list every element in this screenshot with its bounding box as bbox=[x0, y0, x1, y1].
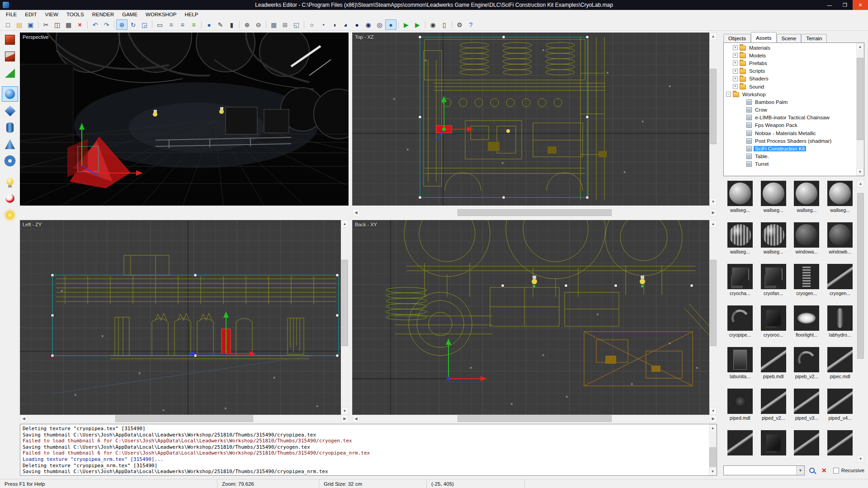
asset-item[interactable]: piped_v3... bbox=[790, 389, 824, 430]
tree-expand-toggle[interactable]: + bbox=[733, 45, 738, 50]
asset-item[interactable]: windowb... bbox=[823, 222, 857, 264]
scroll-down-arrow[interactable]: ▼ bbox=[856, 168, 864, 176]
solid-view-button[interactable]: ◔ bbox=[317, 19, 329, 30]
quad-layout-button[interactable]: ◱ bbox=[291, 19, 302, 30]
tree-expand-toggle[interactable]: + bbox=[733, 61, 738, 66]
scroll-down-arrow[interactable]: ▼ bbox=[709, 468, 717, 475]
asset-item[interactable]: piped_v2... bbox=[757, 389, 790, 430]
scroll-up-arrow[interactable]: ▲ bbox=[709, 33, 717, 40]
diamond-brush-icon[interactable] bbox=[2, 103, 18, 118]
asset-item[interactable]: labhydro... bbox=[823, 305, 857, 347]
align-left-button[interactable]: ≡ bbox=[165, 19, 177, 30]
zoom-in-button[interactable]: ⊕ bbox=[241, 19, 253, 30]
scale-tool-button[interactable]: ◲ bbox=[139, 19, 150, 30]
scroll-left-arrow[interactable]: ◀ bbox=[20, 415, 28, 422]
scroll-thumb[interactable] bbox=[710, 69, 717, 145]
viewport-top[interactable]: Top - XZ bbox=[352, 33, 709, 206]
asset-item[interactable]: pipec.mdl bbox=[823, 347, 857, 389]
tree-item[interactable]: + Sound bbox=[724, 83, 856, 90]
asset-item[interactable]: cryopipe... bbox=[723, 305, 757, 347]
material-tool-icon[interactable] bbox=[2, 191, 18, 206]
tab-assets[interactable]: Assets bbox=[751, 32, 777, 42]
box-brush-icon[interactable] bbox=[2, 32, 18, 47]
shaded-view-button[interactable]: ◑ bbox=[329, 19, 340, 30]
cone-brush-icon[interactable] bbox=[2, 136, 18, 152]
top-viewport-hscroll[interactable]: ◀ ▶ bbox=[352, 209, 717, 216]
help-button[interactable]: ? bbox=[465, 19, 476, 30]
menu-item[interactable]: HELP bbox=[180, 11, 202, 18]
asset-item[interactable]: cryoroo... bbox=[757, 305, 790, 347]
subtract-brush-icon[interactable] bbox=[2, 49, 18, 64]
menu-item[interactable]: FILE bbox=[2, 11, 21, 18]
asset-item[interactable] bbox=[723, 430, 757, 463]
tree-expand-toggle[interactable] bbox=[740, 154, 745, 159]
viewport-perspective[interactable]: Perspective bbox=[20, 33, 349, 206]
close-button[interactable]: ✕ bbox=[853, 0, 868, 10]
scroll-thumb[interactable] bbox=[458, 415, 611, 422]
asset-item[interactable]: cryogen... bbox=[823, 264, 857, 305]
scroll-thumb[interactable] bbox=[710, 260, 717, 346]
grid-button[interactable]: ▦ bbox=[268, 19, 279, 30]
sphere-brush-icon[interactable] bbox=[2, 86, 18, 102]
asset-filter-combo[interactable]: ▼ bbox=[723, 465, 805, 475]
rotate-tool-button[interactable]: ↻ bbox=[127, 19, 139, 30]
pen-tool-button[interactable]: ✎ bbox=[215, 19, 226, 30]
cut-button[interactable]: ✂ bbox=[40, 19, 52, 30]
scroll-up-arrow[interactable]: ▲ bbox=[856, 43, 864, 51]
top-viewport-vscroll[interactable]: ▲ ▼ bbox=[709, 33, 717, 206]
tree-expand-toggle[interactable]: − bbox=[726, 92, 731, 97]
debug-play-button[interactable]: ▶ bbox=[412, 19, 423, 30]
light-tool-icon[interactable] bbox=[2, 174, 18, 189]
scroll-up-arrow[interactable]: ▲ bbox=[857, 180, 864, 188]
paste-button[interactable]: ▦ bbox=[63, 19, 74, 30]
environment-light-icon[interactable] bbox=[2, 207, 18, 223]
tree-item[interactable]: Fps Weapon Pack bbox=[724, 122, 856, 129]
scroll-down-arrow[interactable]: ▼ bbox=[709, 198, 717, 206]
wedge-brush-icon[interactable] bbox=[2, 66, 18, 81]
scroll-right-arrow[interactable]: ▶ bbox=[341, 415, 349, 422]
tree-expand-toggle[interactable] bbox=[740, 123, 745, 128]
viewport-left[interactable]: Left - ZY bbox=[20, 220, 341, 415]
asset-item[interactable]: wallseg... bbox=[823, 181, 857, 222]
menu-item[interactable]: VIEW bbox=[41, 11, 62, 18]
options-button[interactable]: ⚙ bbox=[454, 19, 465, 30]
tree-item[interactable]: SciFi Construction Kit bbox=[724, 145, 856, 152]
back-viewport-hscroll[interactable]: ◀ ▶ bbox=[352, 415, 717, 422]
asset-item[interactable] bbox=[823, 430, 857, 463]
lock-button[interactable]: ▮ bbox=[226, 19, 237, 30]
asset-item[interactable]: pipeb_v2... bbox=[790, 347, 824, 389]
tree-expand-toggle[interactable] bbox=[740, 131, 745, 136]
tree-expand-toggle[interactable] bbox=[740, 99, 745, 104]
combo-dropdown-arrow[interactable]: ▼ bbox=[796, 466, 804, 475]
viewport-back[interactable]: Back - XY bbox=[352, 220, 709, 415]
asset-item[interactable]: cryofan... bbox=[757, 264, 790, 305]
lit-view-button[interactable]: ● bbox=[351, 19, 363, 30]
asset-grid-vscroll[interactable]: ▲ ▼ bbox=[857, 180, 864, 463]
perspective-view-button[interactable]: ◉ bbox=[363, 19, 374, 30]
tree-item[interactable]: Crow bbox=[724, 106, 856, 114]
tree-item[interactable]: + Shaders bbox=[724, 75, 856, 83]
tree-item[interactable]: + Materials bbox=[724, 44, 856, 52]
scroll-down-arrow[interactable]: ▼ bbox=[709, 407, 717, 415]
scroll-right-arrow[interactable]: ▶ bbox=[709, 415, 717, 422]
play-button[interactable]: ▶ bbox=[401, 19, 412, 30]
asset-item[interactable]: wallseg... bbox=[757, 181, 790, 222]
asset-item[interactable]: piped_v4... bbox=[823, 389, 857, 430]
asset-item[interactable]: wallseg... bbox=[723, 181, 757, 222]
tab-scene[interactable]: Scene bbox=[777, 34, 802, 42]
asset-item[interactable]: wallseg... bbox=[723, 222, 757, 264]
menu-item[interactable]: TOOLS bbox=[62, 11, 88, 18]
scroll-thumb[interactable] bbox=[857, 193, 864, 359]
scroll-thumb[interactable] bbox=[857, 58, 863, 140]
menu-item[interactable]: WORKSHOP bbox=[142, 11, 180, 18]
tree-expand-toggle[interactable]: + bbox=[733, 53, 738, 58]
scroll-thumb[interactable] bbox=[709, 447, 716, 467]
asset-item[interactable]: cryocha... bbox=[723, 264, 757, 305]
clear-search-button[interactable]: ✕ bbox=[819, 465, 829, 475]
tab-objects[interactable]: Objects bbox=[723, 34, 751, 42]
tube-brush-icon[interactable] bbox=[2, 153, 18, 169]
tree-item[interactable]: Nobiax - Materials Metallic bbox=[724, 129, 856, 137]
render-mode-button[interactable]: ● bbox=[385, 19, 396, 30]
tree-expand-toggle[interactable]: + bbox=[733, 76, 738, 81]
tree-expand-toggle[interactable] bbox=[740, 146, 745, 151]
